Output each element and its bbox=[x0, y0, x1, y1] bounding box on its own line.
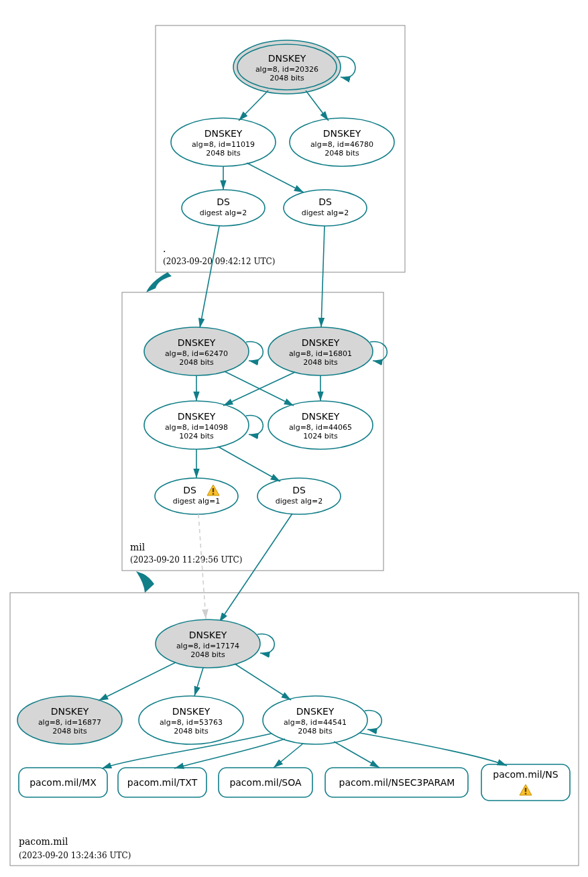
rr-txt-l: pacom.mil/TXT bbox=[127, 777, 198, 788]
edge-pksk-k3 bbox=[235, 664, 291, 700]
mil-ds1-l1: DS bbox=[183, 485, 196, 495]
mil-ksk1-l1: DNSKEY bbox=[178, 337, 216, 348]
edge-milzsk1-ds2 bbox=[218, 447, 280, 481]
zone-root-ts: (2023-09-20 09:42:12 UTC) bbox=[163, 257, 275, 266]
pacom-k2-l1: DNSKEY bbox=[172, 706, 211, 717]
edge-k3-ns bbox=[359, 733, 507, 766]
root-ds2 bbox=[284, 190, 367, 226]
edge-pksk-k2 bbox=[194, 668, 203, 696]
edge-rootksk-zsk2 bbox=[306, 91, 329, 121]
zone-mil-title: mil bbox=[130, 542, 145, 552]
mil-zsk1-l2: alg=8, id=14098 bbox=[165, 423, 228, 432]
pacom-k2-l2: alg=8, id=53763 bbox=[160, 718, 223, 727]
mil-ksk1-l3: 2048 bits bbox=[179, 358, 214, 367]
root-zsk1-l3: 2048 bits bbox=[206, 149, 241, 158]
root-zsk2-l1: DNSKEY bbox=[323, 128, 361, 139]
mil-ds2-l1: DS bbox=[292, 485, 306, 495]
mil-zsk1-l1: DNSKEY bbox=[178, 411, 216, 422]
edge-k3-nsec bbox=[334, 742, 379, 768]
pacom-k3-l1: DNSKEY bbox=[296, 706, 335, 717]
mil-zsk2-l3: 1024 bits bbox=[303, 432, 338, 441]
edge-k3-soa bbox=[274, 744, 303, 768]
root-ksk-l2: alg=8, id=20326 bbox=[255, 65, 318, 74]
root-ksk-l3: 2048 bits bbox=[270, 74, 304, 82]
edge-rootds2-milksk2 bbox=[321, 226, 325, 327]
pacom-k1-l2: alg=8, id=16877 bbox=[38, 718, 101, 727]
pacom-ksk-l1: DNSKEY bbox=[189, 630, 227, 640]
mil-ds2 bbox=[257, 478, 341, 514]
mil-ksk2-l2: alg=8, id=16801 bbox=[289, 349, 352, 358]
root-zsk1-l2: alg=8, id=11019 bbox=[192, 140, 255, 149]
pacom-ksk-l2: alg=8, id=17174 bbox=[176, 642, 239, 650]
edge-rootksk-zsk1 bbox=[239, 91, 268, 121]
pacom-k3-l2: alg=8, id=44541 bbox=[284, 718, 347, 727]
rr-ns-l: pacom.mil/NS bbox=[493, 769, 558, 780]
pacom-k3-l3: 2048 bits bbox=[298, 727, 333, 736]
root-ds1-l2: digest alg=2 bbox=[200, 209, 247, 217]
edge-milds2-pacomksk bbox=[219, 514, 292, 622]
zone-mil-ts: (2023-09-20 11:29:56 UTC) bbox=[130, 555, 242, 565]
mil-ksk1-l2: alg=8, id=62470 bbox=[165, 349, 228, 358]
root-ds2-l1: DS bbox=[318, 196, 332, 207]
mil-zsk1-l3: 1024 bits bbox=[179, 432, 214, 441]
root-ksk-l1: DNSKEY bbox=[268, 53, 306, 64]
pacom-k1-l3: 2048 bits bbox=[52, 727, 87, 736]
zone-arrow-root-mil bbox=[146, 272, 172, 292]
root-zsk1-l1: DNSKEY bbox=[204, 128, 243, 139]
mil-zsk2-l1: DNSKEY bbox=[302, 411, 340, 422]
root-ds1 bbox=[182, 190, 265, 226]
pacom-ksk-l3: 2048 bits bbox=[190, 650, 225, 659]
mil-ksk2-l3: 2048 bits bbox=[303, 358, 338, 367]
edge-milds1-pacomksk bbox=[198, 514, 206, 619]
edge-rootzsk1-ds2 bbox=[247, 163, 304, 192]
mil-ds1-l2: digest alg=1 bbox=[173, 497, 220, 506]
mil-ksk2-l1: DNSKEY bbox=[302, 337, 340, 348]
root-ds2-l2: digest alg=2 bbox=[302, 209, 349, 217]
root-ds1-l1: DS bbox=[217, 196, 230, 207]
edge-rootds1-milksk1 bbox=[200, 226, 219, 328]
pacom-k1-l1: DNSKEY bbox=[51, 706, 89, 717]
root-zsk2-l3: 2048 bits bbox=[325, 149, 359, 158]
pacom-k2-l3: 2048 bits bbox=[174, 727, 209, 736]
zone-pacom-ts: (2023-09-20 13:24:36 UTC) bbox=[19, 851, 131, 860]
mil-zsk2-l2: alg=8, id=44065 bbox=[289, 423, 352, 432]
zone-pacom-title: pacom.mil bbox=[19, 836, 68, 847]
root-zsk2-l2: alg=8, id=46780 bbox=[310, 140, 373, 149]
zone-arrow-mil-pacom bbox=[136, 571, 154, 593]
rr-soa-l: pacom.mil/SOA bbox=[229, 777, 302, 788]
mil-ds1 bbox=[155, 478, 238, 514]
rr-mx-l: pacom.mil/MX bbox=[30, 777, 97, 788]
rr-nsec-l: pacom.mil/NSEC3PARAM bbox=[339, 777, 455, 788]
zone-root-title: . bbox=[163, 243, 166, 254]
mil-ds2-l2: digest alg=2 bbox=[276, 497, 322, 506]
edge-pksk-k1 bbox=[99, 662, 176, 701]
dnssec-graph: . (2023-09-20 09:42:12 UTC) mil (2023-09… bbox=[0, 0, 588, 877]
